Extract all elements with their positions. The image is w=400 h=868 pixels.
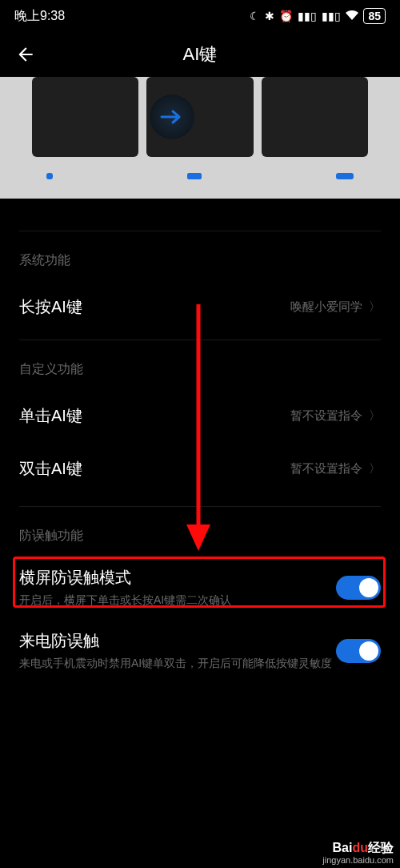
chevron-right-icon: 〉: [369, 461, 381, 476]
page-dot-pair: [187, 173, 202, 179]
page-dot-bar: [336, 173, 354, 179]
preview-slide: [32, 77, 138, 157]
chevron-right-icon: 〉: [369, 408, 381, 424]
row-value: 唤醒小爱同学: [290, 299, 362, 315]
row-landscape-mistouch[interactable]: 横屏防误触模式 开启后，横屏下单击或长按AI键需二次确认: [19, 556, 381, 619]
row-label: 长按AI键: [19, 296, 290, 318]
arrow-right-icon: [160, 109, 184, 125]
section-header-mistouch: 防误触功能: [19, 507, 381, 556]
row-label: 横屏防误触模式: [19, 567, 336, 589]
page-indicator: [0, 157, 400, 179]
page-title: AI键: [0, 42, 400, 66]
page-dot: [46, 173, 53, 179]
row-description: 来电或手机震动时禁用AI键单双击，开启后可能降低按键灵敏度: [19, 657, 336, 671]
preview-slide-active: [146, 77, 253, 157]
row-label: 来电防误触: [19, 630, 336, 652]
watermark-url: jingyan.baidu.com: [322, 855, 394, 865]
row-description: 开启后，横屏下单击或长按AI键需二次确认: [19, 593, 336, 608]
section-header-system: 系统功能: [19, 231, 381, 280]
row-label: 单击AI键: [19, 405, 290, 427]
battery-indicator: 85: [363, 8, 386, 24]
toggle-on[interactable]: [336, 639, 381, 663]
row-single-click[interactable]: 单击AI键 暂不设置指令 〉: [19, 389, 381, 442]
toggle-on[interactable]: [336, 576, 381, 600]
status-icons: ☾ ✱ ⏰ ▮▮▯ ▮▮▯ 85: [250, 8, 386, 24]
row-long-press[interactable]: 长按AI键 唤醒小爱同学 〉: [19, 280, 381, 333]
watermark-brand: Bai: [333, 841, 353, 854]
back-arrow-icon: [15, 44, 36, 65]
watermark: Baidu经验 jingyan.baidu.com: [322, 841, 394, 865]
row-value: 暂不设置指令: [290, 408, 362, 424]
preview-slide: [262, 77, 368, 157]
wifi-icon: [346, 10, 358, 22]
preview-graphic: [150, 94, 194, 139]
row-call-mistouch[interactable]: 来电防误触 来电或手机震动时禁用AI键单双击，开启后可能降低按键灵敏度: [19, 619, 381, 682]
preview-carousel[interactable]: [0, 77, 400, 199]
alarm-icon: ⏰: [279, 10, 293, 22]
header: AI键: [0, 32, 400, 77]
status-time: 晚上9:38: [14, 8, 65, 25]
row-double-click[interactable]: 双击AI键 暂不设置指令 〉: [19, 442, 381, 495]
back-button[interactable]: [10, 38, 42, 70]
signal2-icon: ▮▮▯: [322, 10, 341, 22]
row-value: 暂不设置指令: [290, 461, 362, 476]
row-label: 双击AI键: [19, 458, 290, 480]
settings-list: 系统功能 长按AI键 唤醒小爱同学 〉 自定义功能 单击AI键 暂不设置指令 〉: [0, 231, 400, 682]
section-header-custom: 自定义功能: [19, 340, 381, 389]
chevron-right-icon: 〉: [369, 299, 381, 315]
moon-icon: ☾: [250, 10, 260, 22]
status-bar: 晚上9:38 ☾ ✱ ⏰ ▮▮▯ ▮▮▯ 85: [0, 0, 400, 32]
signal1-icon: ▮▮▯: [298, 10, 317, 22]
bluetooth-icon: ✱: [265, 10, 274, 22]
